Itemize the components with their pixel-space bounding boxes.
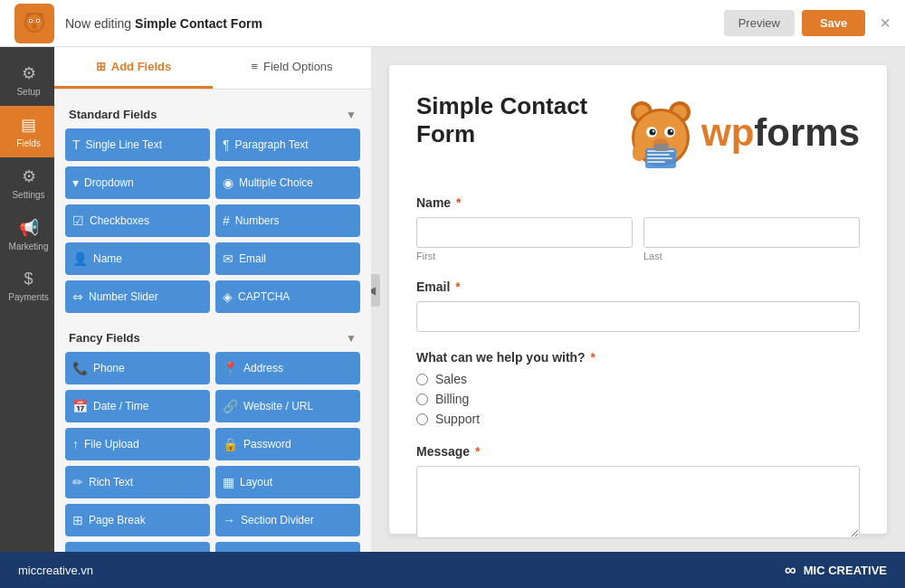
content-icon: ☰: [223, 551, 234, 552]
svg-rect-30: [654, 144, 669, 151]
add-fields-icon: ⊞: [96, 60, 106, 73]
name-last-input[interactable]: [643, 217, 860, 248]
help-required: *: [591, 350, 595, 365]
field-checkboxes[interactable]: ☑ Checkboxes: [65, 204, 210, 237]
svg-point-20: [671, 130, 672, 132]
fields-icon: ▤: [21, 115, 36, 135]
preview-button[interactable]: Preview: [724, 10, 795, 36]
field-paragraph-text[interactable]: ¶ Paragraph Text: [215, 128, 360, 161]
paragraph-icon: ¶: [223, 138, 230, 152]
field-numbers[interactable]: # Numbers: [215, 204, 360, 237]
field-layout[interactable]: ▦ Layout: [215, 466, 360, 498]
collapse-panel-button[interactable]: ◀: [371, 274, 380, 307]
panel-tabs: ⊞ Add Fields ≡ Field Options: [54, 47, 371, 90]
field-multiple-choice[interactable]: ◉ Multiple Choice: [215, 166, 360, 199]
fancy-fields-header[interactable]: Fancy Fields ▼: [65, 324, 360, 352]
single-line-icon: T: [72, 138, 81, 152]
sidebar-item-setup[interactable]: ⚙ Setup: [0, 54, 54, 106]
multiple-choice-icon: ◉: [223, 175, 233, 190]
radio-support-input[interactable]: [416, 413, 428, 425]
wpforms-logo: wpforms: [620, 92, 860, 174]
field-html[interactable]: <> HTML: [65, 542, 210, 552]
preview-panel: ◀ Simple Contact Form: [371, 47, 905, 552]
name-icon: 👤: [72, 251, 88, 266]
main-layout: ⚙ Setup ▤ Fields ⚙ Settings 📢 Marketing …: [0, 47, 905, 552]
message-label: Message *: [416, 444, 860, 459]
name-first-col: First: [416, 217, 633, 261]
dropdown-icon: ▾: [72, 175, 79, 190]
number-slider-icon: ⇔: [72, 289, 83, 304]
fields-panel: ⊞ Add Fields ≡ Field Options Standard Fi…: [54, 47, 371, 552]
field-name[interactable]: 👤 Name: [65, 242, 210, 275]
field-email[interactable]: ✉ Email: [215, 242, 360, 275]
form-group-message: Message *: [416, 444, 860, 542]
radio-sales[interactable]: Sales: [416, 372, 860, 386]
message-textarea[interactable]: [416, 466, 860, 538]
standard-fields-header[interactable]: Standard Fields ▼: [65, 100, 360, 128]
field-number-slider[interactable]: ⇔ Number Slider: [65, 280, 210, 313]
sidebar-item-payments[interactable]: $ Payments: [0, 261, 54, 311]
name-first-label: First: [416, 251, 633, 261]
name-first-input[interactable]: [416, 217, 633, 248]
svg-rect-27: [647, 154, 670, 156]
footer: miccreative.vn ∞ MIC CREATIVE: [0, 552, 905, 588]
field-file-upload[interactable]: ↑ File Upload: [65, 428, 210, 460]
svg-point-19: [653, 130, 654, 132]
radio-sales-input[interactable]: [416, 374, 428, 385]
field-date-time[interactable]: 📅 Date / Time: [65, 390, 210, 422]
field-page-break[interactable]: ⊞ Page Break: [65, 504, 210, 536]
bear-mascot: [620, 92, 701, 174]
form-group-help: What can we help you with? * Sales Billi…: [416, 350, 860, 426]
field-rich-text[interactable]: ✏ Rich Text: [65, 466, 210, 498]
close-button[interactable]: ×: [880, 13, 891, 33]
name-required: *: [456, 195, 461, 210]
svg-point-24: [634, 138, 643, 147]
date-time-icon: 📅: [72, 399, 88, 413]
tab-add-fields[interactable]: ⊞ Add Fields: [54, 47, 213, 89]
wpforms-text: wpforms: [701, 114, 860, 152]
svg-point-17: [649, 129, 655, 136]
sidebar-item-fields[interactable]: ▤ Fields: [0, 106, 54, 157]
sidebar-item-settings[interactable]: ⚙ Settings: [0, 157, 54, 209]
field-address[interactable]: 📍 Address: [215, 352, 360, 384]
email-required: *: [455, 280, 460, 294]
footer-brand: ∞ MIC CREATIVE: [785, 561, 887, 580]
radio-support[interactable]: Support: [416, 412, 860, 426]
app-logo: [14, 4, 54, 43]
svg-point-8: [32, 24, 37, 27]
message-required: *: [475, 444, 480, 459]
save-button[interactable]: Save: [802, 10, 865, 36]
footer-logo-icon: ∞: [785, 561, 796, 580]
tab-field-options[interactable]: ≡ Field Options: [213, 47, 371, 89]
radio-billing[interactable]: Billing: [416, 392, 860, 406]
page-break-icon: ⊞: [72, 513, 83, 527]
radio-billing-input[interactable]: [416, 394, 428, 405]
sidebar-item-marketing[interactable]: 📢 Marketing: [0, 209, 54, 261]
field-phone[interactable]: 📞 Phone: [65, 352, 210, 384]
field-section-divider[interactable]: → Section Divider: [215, 504, 360, 536]
standard-chevron-icon: ▼: [346, 109, 357, 121]
website-icon: 🔗: [223, 399, 238, 413]
field-dropdown[interactable]: ▾ Dropdown: [65, 166, 210, 199]
form-group-email: Email *: [416, 280, 860, 332]
email-input[interactable]: [416, 301, 860, 332]
name-row: First Last: [416, 217, 860, 261]
svg-point-7: [37, 20, 39, 22]
rich-text-icon: ✏: [72, 475, 83, 489]
checkboxes-icon: ☑: [72, 213, 84, 228]
radio-group: Sales Billing Support: [416, 372, 860, 426]
field-single-line-text[interactable]: T Single Line Text: [65, 128, 210, 161]
field-captcha[interactable]: ◈ CAPTCHA: [215, 280, 360, 313]
svg-point-18: [667, 129, 673, 136]
email-icon: ✉: [223, 251, 233, 266]
payments-icon: $: [24, 270, 33, 289]
name-last-col: Last: [643, 217, 860, 261]
field-content[interactable]: ☰ Content: [215, 542, 360, 552]
field-options-icon: ≡: [251, 60, 258, 73]
settings-icon: ⚙: [22, 166, 36, 186]
field-website[interactable]: 🔗 Website / URL: [215, 390, 360, 422]
top-bar: Now editing Simple Contact Form Preview …: [0, 0, 905, 47]
layout-icon: ▦: [223, 475, 234, 489]
field-password[interactable]: 🔒 Password: [215, 428, 360, 460]
fancy-chevron-icon: ▼: [346, 332, 357, 345]
